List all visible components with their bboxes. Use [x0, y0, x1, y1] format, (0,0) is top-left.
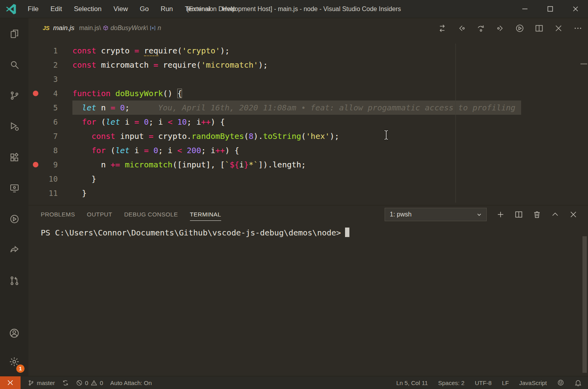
maximize-button[interactable]: [537, 0, 563, 18]
breakpoint-slot[interactable]: [33, 133, 38, 139]
breakpoint-slot[interactable]: [33, 176, 38, 182]
status-item-3[interactable]: LF: [502, 380, 509, 386]
code-line-10[interactable]: 10 }: [28, 172, 588, 186]
breakpoint-slot[interactable]: [33, 190, 38, 196]
terminal-output[interactable]: PS C:\Users\Connor\Documents\Github\vsco…: [28, 224, 588, 239]
live-share-icon[interactable]: [0, 234, 28, 265]
gutter[interactable]: 4: [28, 86, 72, 101]
code-line-5[interactable]: 5 let n = 0;You, April 16th, 2020 11:08a…: [28, 101, 588, 115]
gutter[interactable]: 5: [28, 101, 72, 115]
maximize-panel-icon[interactable]: [551, 210, 560, 219]
panel-tab-output[interactable]: OUTPUT: [87, 205, 112, 224]
run-and-debug-icon[interactable]: [0, 111, 28, 142]
breakpoint-slot[interactable]: [33, 105, 38, 110]
breakpoint-slot[interactable]: [33, 148, 38, 153]
code-line-1[interactable]: 1const crypto = require('crypto');: [28, 44, 588, 58]
panel-header: PROBLEMSOUTPUTDEBUG CONSOLETERMINAL 1: p…: [28, 205, 588, 224]
code-line-6[interactable]: 6 for (let i = 0; i < 10; i++) {: [28, 115, 588, 129]
settings-gear-icon[interactable]: 1: [0, 347, 28, 376]
sync-status[interactable]: [62, 380, 69, 386]
code-line-9[interactable]: 9 n += micromatch([input], [`${i}*`]).le…: [28, 157, 588, 172]
code-line-8[interactable]: 8 for (let i = 0; i < 200; i++) {: [28, 143, 588, 157]
gutter[interactable]: 2: [28, 58, 72, 72]
code-line-3[interactable]: 3: [28, 72, 588, 86]
step-over-icon[interactable]: [476, 24, 486, 33]
terminal-profile-select[interactable]: 1: pwsh: [385, 208, 487, 221]
new-terminal-icon[interactable]: [496, 210, 505, 219]
breadcrumb-file[interactable]: main.js\: [79, 25, 101, 32]
gutter[interactable]: 7: [28, 129, 72, 143]
breakpoint-slot[interactable]: [33, 62, 38, 68]
split-editor-icon[interactable]: [535, 24, 544, 33]
code-line-11[interactable]: 11 }: [28, 186, 588, 200]
menu-selection[interactable]: Selection: [68, 0, 108, 18]
search-icon[interactable]: [0, 49, 28, 80]
gutter[interactable]: 1: [28, 44, 72, 58]
problems-status[interactable]: 0 0: [76, 380, 103, 386]
branch-status[interactable]: master: [28, 380, 55, 386]
gutter[interactable]: 8: [28, 143, 72, 157]
gutter[interactable]: 10: [28, 172, 72, 186]
close-editor-icon[interactable]: [554, 24, 563, 33]
run-icon[interactable]: [515, 24, 524, 33]
menu-view[interactable]: View: [108, 0, 134, 18]
github-pull-requests-icon[interactable]: [0, 265, 28, 296]
line-number: 9: [53, 157, 58, 172]
menu-go[interactable]: Go: [134, 0, 155, 18]
close-panel-icon[interactable]: [569, 210, 578, 219]
minimize-button[interactable]: [512, 0, 537, 18]
step-back-icon[interactable]: [457, 24, 466, 33]
gutter[interactable]: 3: [28, 72, 72, 86]
breakpoint-icon[interactable]: [33, 91, 38, 96]
breakpoint-icon[interactable]: [33, 162, 38, 167]
gutter[interactable]: 9: [28, 157, 72, 172]
extensions-icon[interactable]: [0, 142, 28, 173]
explorer-icon[interactable]: [0, 18, 28, 49]
code-line-4[interactable]: 4function doBusyWork() {: [28, 86, 588, 101]
menu-file[interactable]: File: [22, 0, 44, 18]
breakpoint-slot[interactable]: [33, 48, 38, 53]
status-item-1[interactable]: Spaces: 2: [438, 380, 465, 386]
feedback-smiley-icon[interactable]: [557, 379, 564, 386]
panel-tab-terminal[interactable]: TERMINAL: [190, 205, 221, 224]
more-actions-icon[interactable]: [573, 24, 582, 33]
gutter[interactable]: 6: [28, 115, 72, 129]
run-circle-icon[interactable]: [0, 203, 28, 234]
kill-terminal-icon[interactable]: [533, 210, 541, 219]
panel: PROBLEMSOUTPUTDEBUG CONSOLETERMINAL 1: p…: [28, 205, 588, 376]
remote-explorer-icon[interactable]: [0, 173, 28, 203]
menu-edit[interactable]: Edit: [44, 0, 68, 18]
branch-name: master: [37, 380, 55, 386]
breakpoint-slot[interactable]: [33, 76, 38, 82]
window-title: [Extension Development Host] - main.js -…: [187, 6, 401, 13]
code-line-2[interactable]: 2const micromatch = require('micromatch'…: [28, 58, 588, 72]
editor-filename[interactable]: main.js: [53, 24, 74, 32]
step-into-icon[interactable]: [496, 24, 505, 33]
account-icon[interactable]: [0, 319, 28, 347]
terminal-scrollbar[interactable]: [582, 236, 587, 373]
breadcrumb-variable[interactable]: n: [157, 25, 161, 32]
status-item-2[interactable]: UTF-8: [475, 380, 492, 386]
close-window-button[interactable]: [563, 0, 588, 18]
source-control-icon[interactable]: [0, 80, 28, 111]
panel-tab-debug-console[interactable]: DEBUG CONSOLE: [124, 205, 178, 224]
remote-indicator[interactable]: [0, 376, 21, 389]
line-number: 5: [53, 101, 58, 115]
panel-tab-problems[interactable]: PROBLEMS: [41, 205, 75, 224]
breadcrumb-symbol[interactable]: doBusyWork\: [110, 25, 148, 32]
notifications-bell-icon[interactable]: [575, 379, 582, 386]
breakpoint-slot[interactable]: [33, 119, 38, 125]
compare-changes-icon[interactable]: [438, 24, 447, 33]
code-line-7[interactable]: 7 const input = crypto.randomBytes(8).to…: [28, 129, 588, 143]
code-text: const input = crypto.randomBytes(8).toSt…: [72, 129, 339, 143]
menu-run[interactable]: Run: [155, 0, 179, 18]
gutter[interactable]: 11: [28, 186, 72, 200]
status-item-4[interactable]: JavaScript: [519, 380, 547, 386]
terminal-profile-label: 1: pwsh: [390, 211, 412, 218]
split-terminal-icon[interactable]: [514, 210, 523, 219]
auto-attach-status[interactable]: Auto Attach: On: [110, 380, 152, 386]
panel-tabs: PROBLEMSOUTPUTDEBUG CONSOLETERMINAL: [41, 205, 233, 224]
errors-icon: [76, 380, 83, 386]
sync-icon: [62, 380, 69, 386]
status-item-0[interactable]: Ln 5, Col 11: [396, 380, 428, 386]
